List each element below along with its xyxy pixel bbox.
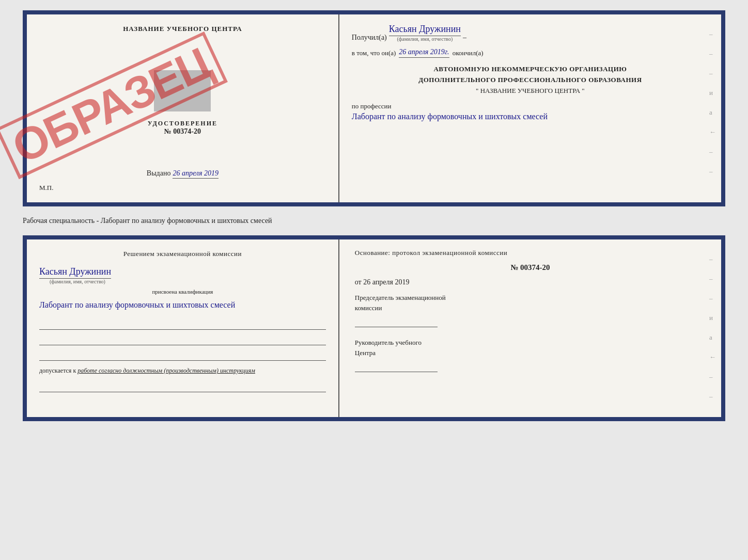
rukovoditel-sig-line (355, 362, 438, 372)
prisvoena-label: присвоена квалификация (39, 289, 326, 295)
cert-top-left: НАЗВАНИЕ УЧЕБНОГО ЦЕНТРА ОБРАЗЕЦ УДОСТОВ… (27, 14, 339, 202)
fio-hint-top: (фамилия, имя, отчество) (397, 36, 453, 42)
rukovoditel-line2: Центра (355, 348, 706, 358)
sig-line-4 (39, 382, 326, 392)
bottom-certificate: Решением экзаменационной комиссии Касьян… (23, 235, 725, 421)
chairman-block: Председатель экзаменационной комиссии (355, 293, 706, 327)
bottom-left-final-line (39, 382, 326, 392)
protocol-date: от 26 апреля 2019 (355, 278, 706, 286)
ot-prefix: от (355, 278, 362, 286)
ot-date: 26 апреля 2019 (363, 278, 409, 286)
org-line1: АВТОНОМНУЮ НЕКОММЕРЧЕСКУЮ ОРГАНИЗАЦИЮ (352, 64, 709, 75)
cert-number: № 00374-20 (164, 127, 201, 136)
vydano-label: Выдано (147, 169, 171, 177)
right-edge-dashes: – – – и а ← – – (709, 30, 716, 175)
osnovanie-text: Основание: протокол экзаменационной коми… (355, 249, 706, 257)
cert-bottom-left: Решением экзаменационной комиссии Касьян… (27, 239, 339, 417)
org-line2: ДОПОЛНИТЕЛЬНОГО ПРОФЕССИОНАЛЬНОГО ОБРАЗО… (352, 75, 709, 86)
professii-block: по профессии Лаборант по анализу формово… (352, 102, 709, 123)
vydano-date: 26 апреля 2019 (173, 169, 218, 179)
cert-bottom-right: Основание: протокол экзаменационной коми… (339, 239, 721, 417)
poluchil-line: Получил(а) Касьян Дружинин (фамилия, имя… (352, 24, 709, 42)
vtom-line: в том, что он(а) 26 апреля 2019г. окончи… (352, 48, 709, 58)
top-certificate: НАЗВАНИЕ УЧЕБНОГО ЦЕНТРА ОБРАЗЕЦ УДОСТОВ… (23, 10, 725, 206)
vtom-prefix: в том, что он(а) (352, 49, 396, 57)
dopuskaetsya-text: допускается к работе согласно должностны… (39, 367, 326, 375)
qualification-text: Лаборант по анализу формовочных и шихтов… (39, 299, 326, 311)
profession-text: Лаборант по анализу формовочных и шихтов… (352, 110, 709, 123)
org-block: АВТОНОМНУЮ НЕКОММЕРЧЕСКУЮ ОРГАНИЗАЦИЮ ДО… (352, 64, 709, 96)
bottom-signature-lines (39, 319, 326, 361)
poluchil-prefix: Получил(а) (352, 34, 387, 42)
top-title: НАЗВАНИЕ УЧЕБНОГО ЦЕНТРА (123, 25, 242, 33)
photo-placeholder (154, 70, 211, 111)
sig-line-3 (39, 350, 326, 361)
chairman-sig-line (355, 317, 438, 327)
protocol-number: № 00374-20 (355, 263, 706, 272)
bottom-name-block: Касьян Дружинин (фамилия, имя, отчество) (39, 266, 326, 284)
sig-line-2 (39, 335, 326, 345)
chairman-line2: комиссии (355, 303, 706, 313)
dopuskaetsya-detail: работе согласно должностным (производств… (77, 367, 255, 374)
dash-separator: – (463, 34, 466, 42)
separator-text: Рабочая специальность - Лаборант по анал… (23, 215, 272, 227)
sig-line-1 (39, 319, 326, 330)
okончил-label: окончил(а) (453, 49, 484, 57)
bottom-fio-hint: (фамилия, имя, отчество) (50, 279, 326, 284)
org-name: " НАЗВАНИЕ УЧЕБНОГО ЦЕНТРА " (352, 86, 709, 97)
chairman-line1: Председатель экзаменационной (355, 293, 706, 303)
right-edge-dashes-bottom: – – – и а ← – – (709, 255, 716, 401)
poluchil-name: Касьян Дружинин (389, 24, 461, 36)
mp-label: М.П. (39, 184, 53, 192)
vtom-date: 26 апреля 2019г. (399, 48, 449, 58)
rukovoditel-block: Руководитель учебного Центра (355, 338, 706, 372)
dopuskaetsya-prefix: допускается к (39, 367, 76, 374)
rukovoditel-line1: Руководитель учебного (355, 338, 706, 348)
professii-label: по профессии (352, 102, 709, 110)
udostoverenie-label: УДОСТОВЕРЕНИЕ (148, 120, 217, 127)
document-container: НАЗВАНИЕ УЧЕБНОГО ЦЕНТРА ОБРАЗЕЦ УДОСТОВ… (23, 10, 725, 421)
cert-top-right: Получил(а) Касьян Дружинин (фамилия, имя… (339, 14, 721, 202)
bottom-name: Касьян Дружинин (39, 266, 111, 279)
cert-body: ОБРАЗЕЦ УДОСТОВЕРЕНИЕ № 00374-20 (39, 33, 326, 168)
resheniem-text: Решением экзаменационной комиссии (39, 250, 326, 258)
vydano-block: Выдано 26 апреля 2019 (39, 168, 326, 178)
